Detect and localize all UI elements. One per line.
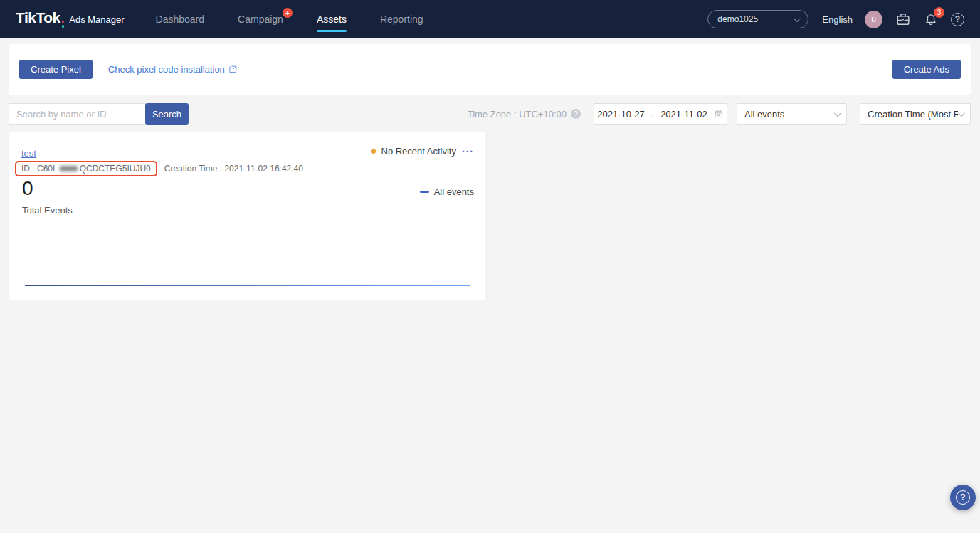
legend-label: All events bbox=[434, 186, 474, 197]
tiktok-logo[interactable]: TikTok Ads Manager bbox=[16, 9, 125, 29]
total-events-value: 0 bbox=[22, 178, 33, 200]
chart-legend[interactable]: All events bbox=[420, 186, 474, 197]
sort-order-value: Creation Time (Most Rec bbox=[868, 109, 958, 120]
date-range-picker[interactable]: 2021-10-27 - 2021-11-02 bbox=[594, 103, 727, 125]
events-chart-flat-line bbox=[25, 285, 470, 286]
logo-colon-icon bbox=[62, 21, 65, 28]
account-switcher[interactable]: demo1025 bbox=[707, 10, 808, 28]
top-navbar: TikTok Ads Manager Dashboard Campaign + … bbox=[0, 0, 980, 38]
chevron-down-icon bbox=[958, 110, 965, 117]
avatar[interactable]: u bbox=[865, 11, 882, 28]
status-dot-icon bbox=[371, 149, 376, 154]
account-name: demo1025 bbox=[717, 14, 758, 24]
legend-line-icon bbox=[420, 191, 429, 193]
search-button[interactable]: Search bbox=[145, 103, 189, 125]
timezone-label: Time Zone : UTC+10:00 bbox=[468, 109, 567, 120]
main-nav: Dashboard Campaign + Assets Reporting bbox=[156, 14, 457, 25]
logo-suffix-text: Ads Manager bbox=[69, 14, 124, 25]
nav-item-dashboard[interactable]: Dashboard bbox=[156, 14, 205, 25]
nav-item-assets[interactable]: Assets bbox=[317, 14, 347, 25]
ads-manager-page: TikTok Ads Manager Dashboard Campaign + … bbox=[0, 0, 980, 533]
pixel-id-redacted-blur bbox=[60, 166, 78, 171]
sort-order-select[interactable]: Creation Time (Most Rec bbox=[860, 103, 971, 125]
pixel-creation-time: Creation Time : 2021-11-02 16:42:40 bbox=[164, 164, 303, 174]
calendar-icon bbox=[714, 109, 724, 119]
help-question-icon: ? bbox=[956, 490, 970, 505]
date-end: 2021-11-02 bbox=[660, 109, 707, 120]
pixel-status-label: No Recent Activity bbox=[381, 146, 457, 157]
navbar-right-cluster: demo1025 English u 3 bbox=[707, 10, 964, 28]
help-icon[interactable]: ? bbox=[951, 13, 964, 26]
event-filter-select[interactable]: All events bbox=[737, 103, 847, 125]
nav-item-campaign-label: Campaign bbox=[238, 14, 283, 25]
nav-item-campaign[interactable]: Campaign + bbox=[238, 14, 283, 25]
create-pixel-button[interactable]: Create Pixel bbox=[19, 60, 93, 79]
pixel-id-annotation-box: ID : C60L QCDCTEG5IUJU0 bbox=[15, 161, 157, 176]
check-pixel-installation-label: Check pixel code installation bbox=[108, 64, 225, 75]
create-ads-button[interactable]: Create Ads bbox=[892, 60, 961, 79]
pixel-more-menu-icon[interactable]: ··· bbox=[462, 147, 474, 157]
nav-item-reporting[interactable]: Reporting bbox=[380, 14, 423, 25]
notification-count-badge: 3 bbox=[934, 7, 944, 18]
event-filter-value: All events bbox=[744, 109, 784, 120]
date-separator: - bbox=[651, 109, 654, 120]
pixel-id-prefix: ID : C60L bbox=[21, 164, 58, 174]
chevron-down-icon bbox=[834, 110, 841, 117]
check-pixel-installation-link[interactable]: Check pixel code installation bbox=[108, 64, 238, 75]
campaign-badge: + bbox=[283, 8, 293, 18]
chevron-down-icon bbox=[794, 15, 801, 22]
date-start: 2021-10-27 bbox=[597, 109, 645, 120]
floating-help-button[interactable]: ? bbox=[950, 485, 976, 510]
notifications-bell-icon[interactable]: 3 bbox=[924, 12, 938, 27]
search-input[interactable] bbox=[9, 103, 146, 125]
pixel-card: test ID : C60L QCDCTEG5IUJU0 Creation Ti… bbox=[9, 132, 485, 300]
inbox-icon[interactable] bbox=[895, 11, 911, 27]
language-selector[interactable]: English bbox=[822, 14, 853, 25]
logo-brand-text: TikTok bbox=[16, 9, 60, 26]
pixel-status-row: No Recent Activity ··· bbox=[371, 146, 475, 157]
timezone-help-icon[interactable]: ? bbox=[571, 109, 581, 119]
pixel-id-row: ID : C60L QCDCTEG5IUJU0 Creation Time : … bbox=[15, 161, 303, 176]
total-events-label: Total Events bbox=[22, 205, 73, 216]
pixel-name-link[interactable]: test bbox=[21, 148, 36, 159]
external-link-icon bbox=[228, 65, 238, 74]
pixel-id-suffix: QCDCTEG5IUJU0 bbox=[80, 164, 151, 174]
filter-right-cluster: Time Zone : UTC+10:00 ? 2021-10-27 - 202… bbox=[468, 103, 971, 125]
timezone-info: Time Zone : UTC+10:00 ? bbox=[468, 109, 581, 120]
filter-row: Search Time Zone : UTC+10:00 ? 2021-10-2… bbox=[9, 103, 971, 125]
pixel-toolbar-card: Create Pixel Check pixel code installati… bbox=[9, 44, 971, 95]
